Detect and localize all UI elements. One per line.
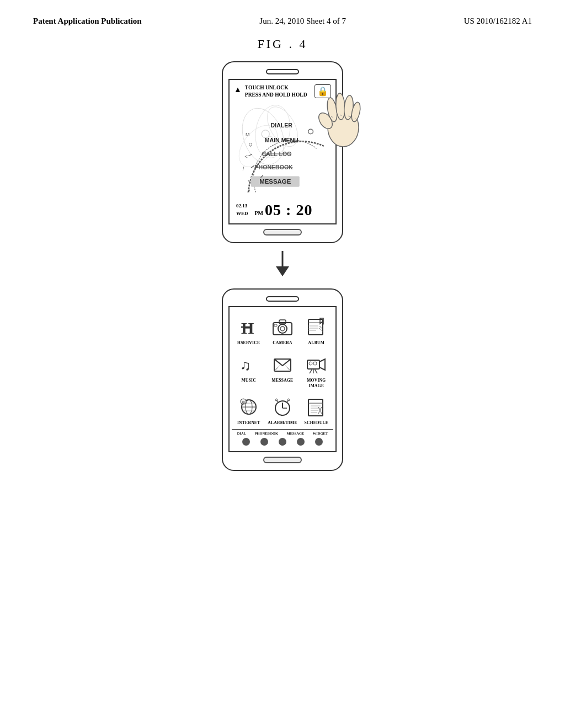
header-center: Jun. 24, 2010 Sheet 4 of 7 — [259, 17, 346, 26]
music-label: MUSIC — [241, 378, 256, 383]
svg-line-16 — [248, 154, 252, 156]
nav-dot-4 — [297, 438, 305, 446]
app-item-album[interactable]: ALBUM — [300, 312, 333, 349]
phone1-speaker — [266, 69, 299, 74]
phone2-button-bar — [263, 457, 302, 463]
bottom-nav-dots — [233, 437, 332, 447]
svg-rect-40 — [274, 324, 277, 326]
svg-text:M: M — [246, 132, 249, 137]
bottom-nav-labels: DIAL PHONEBOOK MESSAGE WIDGET — [233, 431, 332, 435]
clock-date: 02.13 WED — [236, 202, 248, 217]
header-left: Patent Application Publication — [33, 17, 142, 26]
schedule-label: SCHEDULE — [304, 420, 328, 426]
svg-text:H: H — [241, 319, 254, 337]
app-item-message[interactable]: MESSAGE — [265, 349, 299, 392]
camera-label: CAMERA — [273, 340, 292, 346]
app-item-moving-image[interactable]: MOVING IMAGE — [300, 349, 333, 392]
nav-phonebook[interactable]: PHONEBOOK — [254, 431, 278, 435]
phone2-speaker — [266, 296, 299, 302]
camera-icon — [271, 316, 294, 338]
clock-ampm: PM — [255, 210, 264, 216]
page-header: Patent Application Publication Jun. 24, … — [0, 0, 565, 31]
svg-line-15 — [251, 165, 254, 168]
nav-widget[interactable]: WIDGET — [313, 431, 328, 435]
svg-point-7 — [308, 129, 313, 134]
svg-point-38 — [280, 326, 285, 331]
touch-unlock-text: TOUCH UNLOCK PRESS AND HOLD HOLD — [245, 84, 307, 99]
svg-text:PHONEBOOK: PHONEBOOK — [255, 164, 294, 170]
app-item-hservice[interactable]: H HSERVICE — [232, 312, 265, 349]
svg-text:⚙: ⚙ — [242, 400, 245, 404]
phone2: H HSERVICE — [222, 288, 343, 471]
svg-line-50 — [274, 366, 280, 371]
hand-illustration — [316, 83, 365, 149]
nav-dot-2 — [260, 438, 268, 446]
alarm-icon — [271, 396, 294, 418]
hservice-icon: H — [238, 316, 260, 338]
svg-text:MESSAGE: MESSAGE — [259, 178, 291, 184]
svg-line-51 — [285, 366, 291, 371]
svg-point-58 — [313, 362, 317, 365]
svg-marker-53 — [319, 359, 325, 370]
message-icon — [271, 354, 294, 376]
svg-rect-73 — [308, 399, 323, 416]
alarm-label: ALARM/TIME — [268, 420, 297, 426]
svg-point-37 — [278, 324, 287, 333]
app-item-schedule[interactable]: SCHEDULE — [300, 392, 333, 429]
internet-icon: ⚙ — [238, 396, 260, 418]
svg-text:MAIN MENU: MAIN MENU — [265, 136, 299, 143]
svg-text:CALL LOG: CALL LOG — [262, 150, 292, 157]
schedule-icon — [305, 396, 327, 418]
svg-text:♫: ♫ — [240, 357, 251, 373]
app-item-alarm[interactable]: ALARM/TIME — [265, 392, 299, 429]
svg-text:<: < — [244, 153, 248, 159]
header-right: US 2010/162182 A1 — [464, 17, 532, 26]
moving-image-icon — [305, 354, 327, 376]
svg-point-57 — [309, 362, 312, 365]
music-icon: ♫ — [238, 354, 260, 376]
bottom-nav: DIAL PHONEBOOK MESSAGE WIDGET — [232, 429, 333, 448]
nav-dot-3 — [279, 438, 286, 446]
nav-dot-1 — [242, 438, 250, 446]
nav-dial[interactable]: DIAL — [237, 431, 246, 435]
svg-text:DIALER: DIALER — [271, 122, 293, 129]
svg-text:Q: Q — [248, 141, 252, 147]
app-grid: H HSERVICE — [232, 312, 333, 429]
signal-icon: ▲ — [234, 85, 242, 94]
clock-area: 02.13 WED PM 05 : 20 — [234, 198, 331, 221]
figure-content: ▲ TOUCH UNLOCK PRESS AND HOLD HOLD 🔒 — [0, 61, 565, 471]
album-label: ALBUM — [308, 340, 324, 346]
nav-message[interactable]: MESSAGE — [287, 431, 305, 435]
down-arrow — [271, 250, 294, 282]
internet-label: INTERNET — [237, 420, 260, 426]
svg-line-54 — [310, 369, 312, 373]
clock-time: 05 : 20 — [265, 201, 312, 219]
svg-line-56 — [315, 369, 317, 373]
message-label: MESSAGE — [272, 378, 294, 383]
figure-label: FIG . 4 — [0, 37, 565, 51]
hservice-label: HSERVICE — [237, 340, 260, 346]
album-icon — [305, 316, 327, 338]
app-item-internet[interactable]: ⚙ INTERNET — [232, 392, 265, 429]
nav-dot-5 — [315, 438, 323, 446]
app-item-camera[interactable]: CAMERA — [265, 312, 299, 349]
svg-marker-33 — [276, 266, 289, 276]
phone2-screen: H HSERVICE — [228, 306, 337, 452]
phone1-button-bar — [263, 229, 302, 235]
app-item-music[interactable]: ♫ MUSIC — [232, 349, 265, 392]
svg-text:/: / — [243, 165, 244, 171]
moving-image-label: MOVING IMAGE — [307, 378, 326, 389]
app-screen: H HSERVICE — [230, 307, 335, 451]
svg-text:<: < — [248, 177, 251, 183]
